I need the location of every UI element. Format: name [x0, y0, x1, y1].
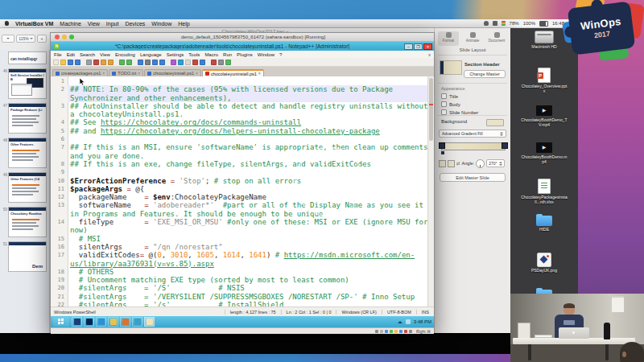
stepper-icon[interactable]: [500, 132, 503, 136]
menubar-item-view[interactable]: View: [88, 21, 100, 27]
inspector-tab-format[interactable]: Format: [438, 31, 459, 46]
show-all-chars-icon[interactable]: [192, 60, 198, 65]
slide-thumb-dem[interactable]: Dem: [8, 241, 47, 272]
npp-menu-search[interactable]: Search: [80, 52, 95, 57]
scrollbar-thumb[interactable]: [429, 78, 433, 141]
redo-icon[interactable]: [126, 60, 132, 65]
find-icon[interactable]: [138, 60, 143, 65]
undo-icon[interactable]: [119, 60, 125, 65]
menubar-item-machine[interactable]: Machine: [60, 21, 80, 27]
close-button[interactable]: ×: [423, 43, 432, 50]
stop-macro-icon[interactable]: [218, 60, 224, 65]
print-icon[interactable]: [86, 60, 92, 65]
user-icon[interactable]: [484, 21, 489, 26]
close-traffic-light[interactable]: [55, 35, 60, 39]
video-capture-icon[interactable]: [404, 330, 407, 333]
notepadpp-titlebar[interactable]: N *C:\packages\createpackages\adobereade…: [51, 42, 434, 51]
npp-menu-tools[interactable]: Tools: [188, 52, 200, 57]
gradient-handle-right[interactable]: [502, 142, 508, 149]
record-macro-icon[interactable]: [211, 60, 217, 65]
restore-button[interactable]: ❐: [414, 43, 423, 50]
sync-horizontal-icon[interactable]: [178, 60, 184, 65]
powershell-icon[interactable]: [84, 317, 94, 327]
slide-thumb-self-service-installer-b[interactable]: Self-Service Installer / B: [8, 68, 47, 99]
menubar-item-help[interactable]: Help: [178, 21, 189, 27]
npp-menu-settings[interactable]: Settings: [167, 52, 184, 57]
npp-menu-run[interactable]: Run: [223, 52, 232, 57]
hdd-icon[interactable]: [375, 330, 378, 333]
npp-menu-edit[interactable]: Edit: [67, 52, 75, 57]
cut-icon[interactable]: [93, 60, 99, 65]
slide-thumb-chocolatey-roadma[interactable]: Chocolatey Roadma: [8, 207, 47, 237]
slide-thumb-other-features-c4[interactable]: Other Features (C4: [8, 172, 47, 203]
gradient-color-well-2[interactable]: [448, 160, 455, 167]
mouse-integration-icon[interactable]: [409, 330, 412, 333]
slide-thumb-other-features[interactable]: Other Features: [8, 138, 47, 168]
desktop-icon-chocolatey-overview-pptx[interactable]: PChocolatey_Overview.pptx: [510, 65, 578, 102]
tab-close-icon[interactable]: ×: [102, 72, 105, 76]
desktop-icon-chocolateypackagesinstall-nth-xlsx[interactable]: ChocolateyPackagesinstall...nth.xlsx: [510, 176, 578, 213]
tab-todo-txt[interactable]: TODO.txt×: [109, 69, 143, 76]
zoom-select[interactable]: 115%: [16, 35, 35, 43]
menubar-item-window[interactable]: Window: [151, 21, 171, 27]
stepper-icon[interactable]: [499, 162, 502, 166]
vm-titlebar[interactable]: demo_default_1504567983750_61472 (sahara…: [51, 33, 434, 42]
inspector-tab-animate[interactable]: Animate: [462, 31, 483, 46]
fill-type-select[interactable]: Advanced Gradient Fill: [439, 130, 506, 138]
save-icon[interactable]: [68, 60, 73, 65]
paste-icon[interactable]: [108, 60, 114, 65]
panel-close-icon[interactable]: x: [428, 52, 431, 57]
npp-menu-encoding[interactable]: Encoding: [115, 52, 135, 57]
optical-disk-icon[interactable]: [380, 330, 383, 333]
tab-createpackages-ps1[interactable]: createpackages.ps1×: [52, 69, 108, 76]
npp-menu-language[interactable]: Language: [140, 52, 162, 57]
open-file-icon[interactable]: [60, 60, 66, 65]
desktop-icon-psdayuk-png[interactable]: PSDayUK.png: [510, 250, 578, 287]
npp-menu-window[interactable]: Window: [258, 52, 275, 57]
copy-icon[interactable]: [101, 60, 106, 65]
menubar-item-input[interactable]: Input: [106, 21, 119, 27]
start-button[interactable]: [53, 317, 69, 327]
npp-menu-file[interactable]: File: [54, 52, 62, 57]
view-menu-button[interactable]: [2, 35, 14, 43]
play-macro-icon[interactable]: [225, 60, 231, 65]
apple-icon[interactable]: [5, 21, 9, 26]
server-manager-icon[interactable]: [72, 317, 82, 327]
replace-icon[interactable]: [145, 60, 151, 65]
internet-explorer-icon[interactable]: [96, 317, 106, 327]
slide-navigator[interactable]: can install/upgr46Self-Service Installer…: [0, 50, 50, 333]
maximize-traffic-light[interactable]: [69, 35, 74, 39]
sync-vertical-icon[interactable]: [171, 60, 176, 65]
npp-menu-plugins[interactable]: Plugins: [237, 52, 253, 57]
usb-icon[interactable]: [390, 330, 393, 333]
battery-icon[interactable]: [539, 21, 548, 27]
desktop-icon-chocolateyboothdemo-mp4[interactable]: ▶ChocolateyBoothDemo.mp4: [510, 139, 578, 176]
checkbox-row-body[interactable]: Body: [441, 101, 510, 107]
word-wrap-icon[interactable]: [185, 60, 191, 65]
minimize-button[interactable]: –: [404, 43, 413, 50]
shared-folders-icon[interactable]: [394, 330, 398, 333]
slide-thumb-package-reducer-li[interactable]: Package Reducer (Li: [8, 103, 47, 134]
widgets-icon[interactable]: [493, 21, 497, 26]
angle-value-field[interactable]: 270°: [486, 159, 504, 167]
checkbox-row-title[interactable]: Title: [441, 93, 510, 99]
slide-thumb-can-install-upgr[interactable]: can install/upgr: [8, 51, 47, 64]
npp-menu-macro[interactable]: Macro: [204, 52, 218, 57]
gradient-bar[interactable]: [441, 142, 506, 150]
tab-chocolateyuninstall-ps1[interactable]: chocolateyuninstall.ps1×: [202, 69, 264, 76]
menubar-item-virtualbox-vm[interactable]: VirtualBox VM: [15, 21, 53, 27]
zoom-in-icon[interactable]: [152, 60, 158, 65]
gradient-midpoint-handle[interactable]: [441, 151, 444, 154]
menubar-item-devices[interactable]: Devices: [125, 21, 145, 27]
npp-menu-item[interactable]: ?: [279, 52, 282, 57]
desktop-icon-chocolateyboothdemo-tv-mp4[interactable]: ▶ChocolateyBoothDemo_TV.mp4: [510, 102, 578, 139]
tab-chocolateyinstall-ps1[interactable]: chocolateyinstall.ps1×: [144, 69, 201, 76]
display-icon[interactable]: [399, 330, 402, 333]
network-icon[interactable]: [385, 330, 388, 333]
cpu-meter-icon[interactable]: [502, 21, 506, 26]
folder-open-icon[interactable]: [144, 317, 155, 327]
tab-close-icon[interactable]: ×: [196, 72, 198, 76]
npp-menu-view[interactable]: View: [100, 52, 110, 57]
add-slide-button[interactable]: +: [37, 35, 47, 43]
inspector-tab-document[interactable]: Document: [486, 31, 507, 46]
